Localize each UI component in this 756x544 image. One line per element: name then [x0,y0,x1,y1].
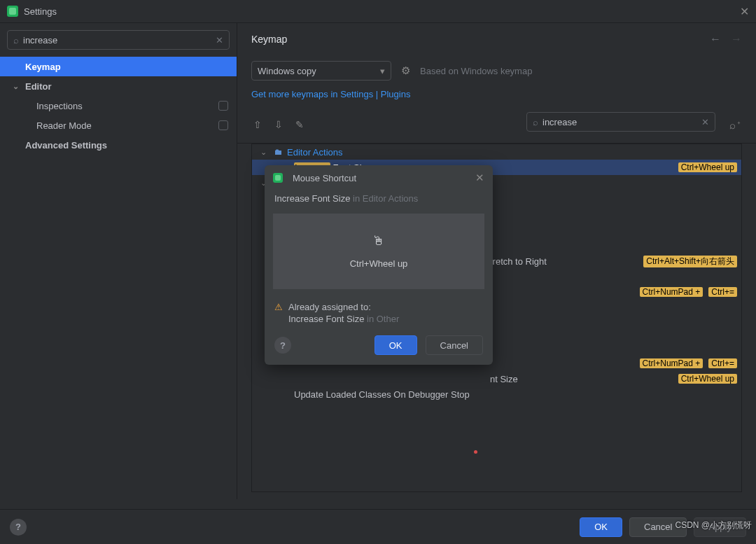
sidebar-search[interactable]: ⌕ ✕ [7,30,230,50]
sidebar-item-label: Editor [25,81,52,92]
clear-icon[interactable]: ✕ [701,117,709,127]
modified-badge-icon [218,101,228,111]
shortcut-badge: Ctrl+NumPad + [640,358,704,368]
keymap-scheme-combo[interactable]: Windows copy ▾ [251,61,391,81]
close-icon[interactable]: ✕ [475,172,484,184]
tree-category[interactable]: ⌄ 🖿 Editor Actions [252,144,741,160]
search-icon: ⌕ [13,35,19,46]
shortcut-badge: Ctrl+Alt+Shift+向右箭头 [643,256,737,267]
tree-item-font-size[interactable]: nt Size Ctrl+Wheel up [252,371,741,386]
get-more-link[interactable]: Get more keymaps in Settings [251,89,373,99]
dialog-subtitle: Increase Font Size in Editor Actions [265,190,493,211]
sidebar-item-keymap[interactable]: Keymap [0,57,237,76]
chevron-down-icon: ▾ [380,66,385,76]
shortcut-badge: Ctrl+NumPad + [640,287,704,297]
app-icon [7,6,18,17]
cancel-button[interactable]: Cancel [629,517,687,537]
settings-sidebar: ⌕ ✕ Keymap ⌄ Editor Inspections Reader M… [0,23,237,499]
shortcut-badge: Ctrl+Wheel up [678,162,737,172]
expand-all-icon[interactable]: ⇧ [251,119,264,130]
cancel-button[interactable]: Cancel [426,335,483,355]
warning-text: Already assigned to: [288,302,399,312]
keymap-scheme-row: Windows copy ▾ ⚙ Based on Windows keymap [237,55,756,86]
sidebar-item-label: Inspections [36,101,83,111]
apply-button[interactable]: Apply [694,517,746,537]
sidebar-search-input[interactable] [23,35,216,46]
collapse-all-icon[interactable]: ⇩ [272,119,285,130]
modified-badge-icon [218,120,228,130]
page-title: Keymap [251,34,287,45]
sidebar-item-label: Reader Mode [36,120,92,131]
sidebar-item-label: Keymap [25,62,61,72]
action-label: tretch to Right [490,256,547,267]
sidebar-item-reader-mode[interactable]: Reader Mode [0,116,237,135]
sidebar-item-editor[interactable]: ⌄ Editor [0,76,237,96]
settings-footer: ? OK Cancel Apply [0,509,756,544]
search-icon: ⌕ [533,117,538,127]
action-label: nt Size [490,374,518,384]
find-action-by-shortcut-icon[interactable]: ⌕⁺ [729,119,742,131]
sidebar-item-inspections[interactable]: Inspections [0,96,237,116]
gear-icon[interactable]: ⚙ [401,64,410,77]
shortcut-badge: Ctrl+= [708,287,737,297]
based-on-text: Based on Windows keymap [420,66,532,76]
conflict-indicator-icon [474,450,477,454]
keymap-toolbar: ⇧ ⇩ ✎ ⌕ ✕ ⌕⁺ [237,106,756,144]
mouse-shortcut-dialog: Mouse Shortcut ✕ Increase Font Size in E… [265,165,493,365]
action-search-input[interactable] [542,117,701,127]
nav-arrows: ← → [710,33,742,46]
dialog-titlebar: Mouse Shortcut ✕ [265,165,493,190]
app-icon [273,173,283,183]
dialog-title: Mouse Shortcut [293,173,356,183]
help-button[interactable]: ? [10,519,27,536]
titlebar: Settings ✕ [0,0,756,22]
tree-item-update-classes[interactable]: Update Loaded Classes On Debugger Stop [252,386,741,402]
main-header: Keymap ← → [237,23,756,55]
clear-icon[interactable]: ✕ [216,35,223,46]
plugins-link[interactable]: Plugins [381,89,411,99]
ok-button[interactable]: OK [374,335,417,355]
shortcut-badge: Ctrl+= [708,358,737,368]
forward-icon[interactable]: → [731,33,742,46]
close-icon[interactable]: ✕ [740,5,749,18]
edit-icon[interactable]: ✎ [293,119,306,130]
shortcut-input-area[interactable]: 🖱 Ctrl+Wheel up [273,214,484,289]
chevron-down-icon: ⌄ [260,148,270,157]
sidebar-item-label: Advanced Settings [25,140,107,151]
ok-button[interactable]: OK [580,517,622,537]
help-button[interactable]: ? [274,337,291,354]
category-label: Editor Actions [287,147,343,158]
mouse-icon: 🖱 [372,234,385,249]
sidebar-item-advanced[interactable]: Advanced Settings [0,135,237,155]
warning-icon: ⚠ [274,302,283,324]
window-title: Settings [24,6,57,17]
action-search[interactable]: ⌕ ✕ [526,112,715,132]
separator: | [373,89,381,99]
keymap-links: Get more keymaps in Settings | Plugins [237,86,756,106]
dialog-buttons: ? OK Cancel [265,327,493,365]
folder-icon: 🖿 [273,147,284,157]
conflict-warning: ⚠ Already assigned to: Increase Font Siz… [265,292,493,327]
combo-value: Windows copy [258,66,316,76]
shortcut-preview: Ctrl+Wheel up [350,258,408,269]
action-label: Update Loaded Classes On Debugger Stop [294,389,470,400]
back-icon[interactable]: ← [710,33,721,46]
chevron-down-icon: ⌄ [13,82,22,91]
shortcut-badge: Ctrl+Wheel up [678,374,737,384]
